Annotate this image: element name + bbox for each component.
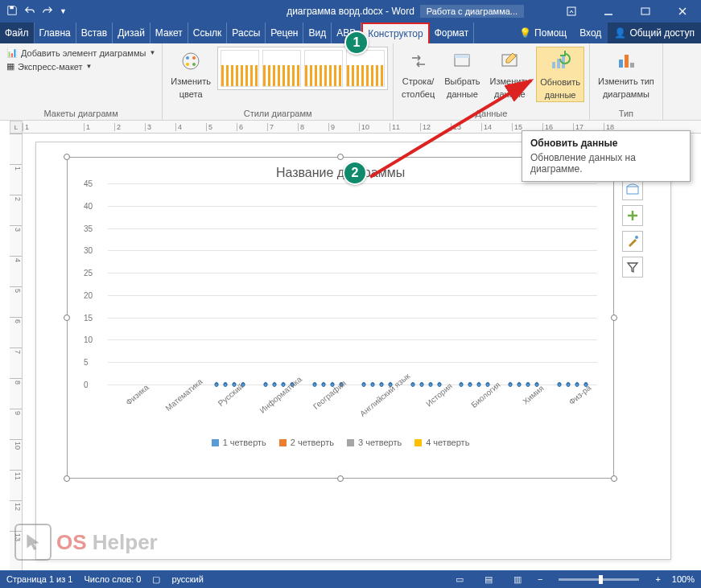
- tab-mailings[interactable]: Рассы: [227, 23, 266, 43]
- vertical-ruler[interactable]: 12345678910111213: [10, 134, 23, 570]
- legend-item[interactable]: 2 четверть: [279, 438, 334, 447]
- qat-dropdown-icon[interactable]: ▼: [60, 7, 67, 15]
- svg-rect-12: [552, 62, 555, 68]
- svg-point-4: [183, 53, 199, 69]
- close-icon[interactable]: [664, 0, 701, 23]
- ruler-tick: 6: [237, 123, 267, 131]
- group-chart-styles: Изменить цвета Стили диаграмм: [163, 43, 394, 120]
- tab-file[interactable]: Файл: [0, 23, 35, 43]
- watermark-helper: Helper: [87, 530, 158, 554]
- undo-icon[interactable]: [24, 5, 35, 19]
- change-chart-type-button[interactable]: Изменить тип диаграммы: [595, 47, 658, 101]
- annotation-arrow: [362, 72, 547, 193]
- redo-icon[interactable]: [42, 5, 53, 19]
- svg-rect-18: [627, 187, 638, 194]
- ruler-tick: 4: [175, 123, 206, 131]
- ruler-tick: 1: [23, 123, 53, 131]
- annotation-1: 1: [344, 31, 369, 55]
- svg-rect-3: [641, 8, 649, 14]
- change-type-label2: диаграммы: [603, 89, 649, 100]
- status-language[interactable]: русский: [171, 574, 203, 584]
- tab-references[interactable]: Ссылк: [188, 23, 228, 43]
- chart-elements-button[interactable]: [622, 205, 643, 226]
- tab-layout[interactable]: Макет: [151, 23, 188, 43]
- resize-handle[interactable]: [64, 475, 70, 482]
- chart-x-axis: ФизикаМатематикаРусскийИнформатикаГеогра…: [108, 388, 597, 430]
- legend-swatch: [347, 439, 354, 446]
- resize-handle[interactable]: [611, 475, 617, 482]
- tab-home[interactable]: Главна: [35, 23, 76, 43]
- status-bar: Страница 1 из 1 Число слов: 0 ▢ русский …: [0, 570, 701, 588]
- express-layout-button[interactable]: ▦ Экспресс-макет ▼: [5, 60, 157, 72]
- ruler-tick: 9: [10, 409, 22, 439]
- add-chart-element-button[interactable]: 📊 Добавить элемент диаграммы ▼: [5, 47, 157, 59]
- express-layout-icon: ▦: [6, 61, 14, 72]
- legend-item[interactable]: 4 четверть: [414, 438, 469, 447]
- tab-format[interactable]: Формат: [430, 23, 475, 43]
- zoom-level[interactable]: 100%: [672, 574, 695, 584]
- title-bar: ▼ диаграмма ворд.docx - Word Работа с ди…: [0, 0, 701, 23]
- chart-legend[interactable]: 1 четверть2 четверть3 четверть4 четверть: [68, 438, 613, 447]
- tab-design[interactable]: Дизай: [113, 23, 151, 43]
- y-tick-label: 0: [84, 380, 89, 389]
- y-tick-label: 10: [84, 335, 93, 344]
- chart-object[interactable]: Название диаграммы 051015202530354045 Фи…: [67, 157, 614, 479]
- ribbon: 📊 Добавить элемент диаграммы ▼ ▦ Экспрес…: [0, 43, 701, 121]
- ruler-tick: 10: [10, 439, 22, 470]
- annotation-2: 2: [343, 161, 367, 185]
- svg-rect-10: [455, 55, 469, 58]
- add-element-icon: 📊: [6, 47, 18, 58]
- minimize-icon[interactable]: [590, 0, 627, 23]
- chart-layout-options-button[interactable]: [622, 179, 643, 200]
- style-thumb[interactable]: [262, 50, 301, 87]
- ruler-tick: [10, 134, 22, 164]
- y-tick-label: 15: [84, 313, 93, 322]
- ribbon-collapse-icon[interactable]: [553, 0, 590, 23]
- tell-me-input[interactable]: 💡 Помощ: [513, 23, 573, 43]
- status-word-count[interactable]: Число слов: 0: [84, 574, 141, 584]
- legend-label: 4 четверть: [426, 438, 469, 447]
- web-layout-icon[interactable]: ▥: [509, 572, 526, 586]
- resize-handle[interactable]: [337, 154, 344, 160]
- save-icon[interactable]: [6, 5, 18, 19]
- sign-in-button[interactable]: Вход: [573, 23, 608, 43]
- zoom-slider[interactable]: [559, 578, 639, 581]
- print-layout-icon[interactable]: ▤: [480, 572, 497, 586]
- tab-view[interactable]: Вид: [303, 23, 332, 43]
- share-button[interactable]: 👤 Общий доступ: [608, 23, 701, 43]
- maximize-icon[interactable]: [627, 0, 664, 23]
- style-thumb[interactable]: [221, 50, 259, 87]
- tab-constructor[interactable]: Конструктор: [361, 23, 429, 43]
- ruler-tick: 7: [267, 123, 298, 131]
- status-page[interactable]: Страница 1 из 1: [6, 574, 72, 584]
- resize-handle[interactable]: [337, 475, 344, 482]
- tab-review[interactable]: Рецен: [266, 23, 303, 43]
- y-tick-label: 20: [84, 290, 93, 299]
- resize-handle[interactable]: [64, 315, 70, 321]
- chart-filters-button[interactable]: [622, 257, 643, 278]
- tooltip-title: Обновить данные: [530, 138, 682, 149]
- add-element-label: Добавить элемент диаграммы: [21, 48, 146, 58]
- legend-item[interactable]: 1 четверть: [212, 438, 266, 447]
- resize-handle[interactable]: [611, 315, 617, 321]
- ruler-tick: 18: [604, 123, 634, 131]
- chart-plot-area[interactable]: 051015202530354045: [108, 183, 597, 384]
- ruler-tick: 17: [573, 123, 604, 131]
- express-layout-label: Экспресс-макет: [18, 62, 83, 72]
- zoom-in-button[interactable]: +: [655, 574, 660, 584]
- ruler-tick: 5: [10, 286, 22, 317]
- watermark-logo: OS Helper: [14, 524, 158, 561]
- ruler-tick: 3: [10, 225, 22, 256]
- read-mode-icon[interactable]: ▭: [451, 572, 468, 586]
- select-data-icon: [449, 48, 475, 74]
- resize-handle[interactable]: [64, 154, 70, 160]
- y-tick-label: 25: [84, 269, 93, 278]
- change-colors-button[interactable]: Изменить цвета: [167, 47, 214, 101]
- person-icon: 👤: [614, 27, 626, 39]
- tab-insert[interactable]: Встав: [76, 23, 113, 43]
- zoom-out-button[interactable]: −: [538, 574, 542, 584]
- style-thumb[interactable]: [304, 50, 343, 87]
- chart-styles-button[interactable]: [622, 231, 643, 252]
- proofing-icon[interactable]: ▢: [152, 574, 160, 585]
- legend-item[interactable]: 3 четверть: [347, 438, 402, 447]
